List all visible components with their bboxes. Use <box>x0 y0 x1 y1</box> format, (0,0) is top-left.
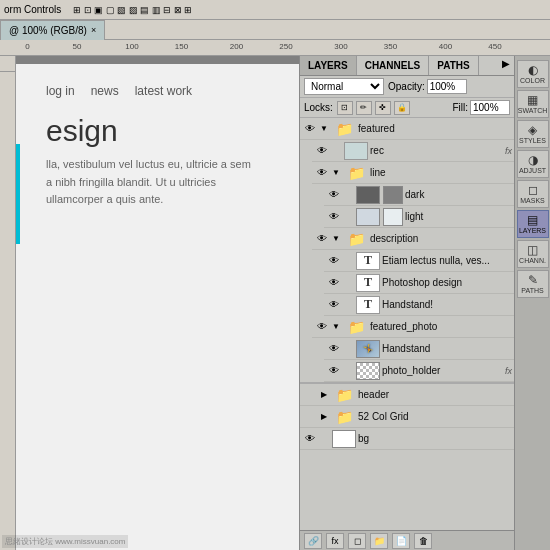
layer-item[interactable]: 👁 ▼ 📁 description <box>312 228 514 250</box>
add-style-button[interactable]: fx <box>326 533 344 549</box>
masks-panel-button[interactable]: ◻ MASKS <box>517 180 549 208</box>
layer-expand-toggle[interactable]: ▶ <box>318 409 330 425</box>
layer-visibility-toggle[interactable]: 👁 <box>314 143 330 159</box>
layer-expand-toggle[interactable]: ▼ <box>318 121 330 137</box>
layers-panel-button[interactable]: ▤ LAYERS <box>517 210 549 238</box>
opacity-label: Opacity: <box>388 81 425 92</box>
layer-visibility-toggle[interactable]: 👁 <box>326 209 342 225</box>
layer-expand-toggle <box>330 143 342 159</box>
panel-menu-button[interactable]: ▶ <box>498 56 514 75</box>
new-group-button[interactable]: 📁 <box>370 533 388 549</box>
layer-item[interactable]: 👁 ▶ 📁 header <box>300 384 514 406</box>
layer-expand-toggle <box>342 297 354 313</box>
layer-visibility-toggle[interactable]: 👁 <box>302 121 318 137</box>
opacity-input[interactable] <box>427 79 467 94</box>
layer-expand-toggle[interactable]: ▶ <box>318 387 330 403</box>
layer-visibility-toggle[interactable]: 👁 <box>314 319 330 335</box>
color-panel-button[interactable]: ◐ COLOR <box>517 60 549 88</box>
layer-visibility-toggle[interactable]: 👁 <box>302 431 318 447</box>
layer-expand-toggle <box>342 275 354 291</box>
layer-item[interactable]: 👁 dark <box>324 184 514 206</box>
styles-panel-button[interactable]: ◈ STYLES <box>517 120 549 148</box>
layer-item[interactable]: 👁 T Handstand! <box>324 294 514 316</box>
layer-item[interactable]: 👁 light <box>324 206 514 228</box>
layer-item[interactable]: 👁 ▼ 📁 featured_photo <box>312 316 514 338</box>
layer-item[interactable]: 👁 ▶ 📁 52 Col Grid <box>300 406 514 428</box>
tab-channels[interactable]: CHANNELS <box>357 56 430 75</box>
layer-visibility-toggle[interactable]: 👁 <box>314 165 330 181</box>
channels-icon: ◫ <box>527 244 538 256</box>
add-mask-button[interactable]: ◻ <box>348 533 366 549</box>
nav-login[interactable]: log in <box>46 84 75 98</box>
layer-item[interactable]: 👁 T Photoshop design <box>324 272 514 294</box>
tab-paths[interactable]: PATHS <box>429 56 478 75</box>
nav-latest-work[interactable]: latest work <box>135 84 192 98</box>
layer-name: Handstand <box>382 343 512 354</box>
layer-item[interactable]: 👁 rec fx <box>312 140 514 162</box>
document-tab[interactable]: @ 100% (RGB/8) × <box>0 20 105 40</box>
layer-expand-toggle <box>342 341 354 357</box>
layer-item[interactable]: 👁 ▼ 📁 line <box>312 162 514 184</box>
paths-panel-button[interactable]: ✎ PATHS <box>517 270 549 298</box>
layer-expand-toggle[interactable]: ▼ <box>330 319 342 335</box>
layer-expand-toggle[interactable]: ▼ <box>330 231 342 247</box>
layer-visibility-toggle[interactable]: 👁 <box>314 231 330 247</box>
swatches-label: SWATCH <box>518 107 548 114</box>
new-layer-button[interactable]: 📄 <box>392 533 410 549</box>
layer-thumbnail <box>356 208 380 226</box>
adjustments-icon: ◑ <box>528 154 538 166</box>
layer-item[interactable]: 👁 T Etiam lectus nulla, ves... <box>324 250 514 272</box>
ruler-mark: 50 <box>73 42 82 51</box>
layer-expand-toggle[interactable]: ▼ <box>330 165 342 181</box>
layer-item[interactable]: 👁 ▼ 📁 featured <box>300 118 514 140</box>
layer-item[interactable]: 👁 🤸 Handstand <box>324 338 514 360</box>
layer-visibility-toggle[interactable]: 👁 <box>326 253 342 269</box>
channels-panel-button[interactable]: ◫ CHANN. <box>517 240 549 268</box>
blend-mode-select[interactable]: Normal <box>304 78 384 95</box>
ruler-mark: 0 <box>25 42 29 51</box>
layer-name: featured <box>358 123 512 134</box>
ruler-mark: 450 <box>488 42 501 51</box>
layer-visibility-toggle[interactable]: 👁 <box>326 187 342 203</box>
layer-thumbnail: 📁 <box>344 318 368 336</box>
lock-icons: ⊡ ✏ ✜ 🔒 <box>337 101 410 115</box>
design-title: esign <box>36 114 269 148</box>
delete-layer-button[interactable]: 🗑 <box>414 533 432 549</box>
layer-expand-toggle <box>318 431 330 447</box>
ruler-mark: 200 <box>230 42 243 51</box>
layer-name: Etiam lectus nulla, ves... <box>382 255 512 266</box>
link-layers-button[interactable]: 🔗 <box>304 533 322 549</box>
layer-thumbnail: T <box>356 274 380 292</box>
layer-name: dark <box>405 189 512 200</box>
layer-visibility-toggle[interactable]: 👁 <box>326 297 342 313</box>
nav-links: log in news latest work <box>36 84 269 98</box>
nav-news[interactable]: news <box>91 84 119 98</box>
layer-name: line <box>370 167 512 178</box>
lock-all-button[interactable]: 🔒 <box>394 101 410 115</box>
adjustments-panel-button[interactable]: ◑ ADJUST <box>517 150 549 178</box>
lock-transparent-button[interactable]: ⊡ <box>337 101 353 115</box>
layer-expand-toggle <box>342 187 354 203</box>
lock-row: Locks: ⊡ ✏ ✜ 🔒 Fill: <box>300 98 514 118</box>
styles-label: STYLES <box>519 137 546 144</box>
layer-visibility-toggle[interactable]: 👁 <box>326 341 342 357</box>
swatches-icon: ▦ <box>527 94 538 106</box>
layer-thumbnail <box>332 430 356 448</box>
tab-close-button[interactable]: × <box>91 25 96 35</box>
layer-thumbnail: 📁 <box>344 164 368 182</box>
masks-icon: ◻ <box>528 184 538 196</box>
layer-visibility-toggle[interactable]: 👁 <box>326 275 342 291</box>
layer-visibility-toggle[interactable]: 👁 <box>326 363 342 379</box>
fill-input[interactable] <box>470 100 510 115</box>
layer-item[interactable]: 👁 photo_holder fx <box>324 360 514 382</box>
layer-item[interactable]: 👁 bg <box>300 428 514 450</box>
lock-move-button[interactable]: ✜ <box>375 101 391 115</box>
main-area: log in news latest work esign lla, vesti… <box>0 56 550 550</box>
tab-label: @ 100% (RGB/8) <box>9 25 87 36</box>
layer-thumbnail: T <box>356 296 380 314</box>
panel-tab-spacer <box>479 56 498 75</box>
lock-paint-button[interactable]: ✏ <box>356 101 372 115</box>
ruler-mark: 250 <box>279 42 292 51</box>
tab-layers[interactable]: LAYERS <box>300 56 357 75</box>
swatches-panel-button[interactable]: ▦ SWATCH <box>517 90 549 118</box>
